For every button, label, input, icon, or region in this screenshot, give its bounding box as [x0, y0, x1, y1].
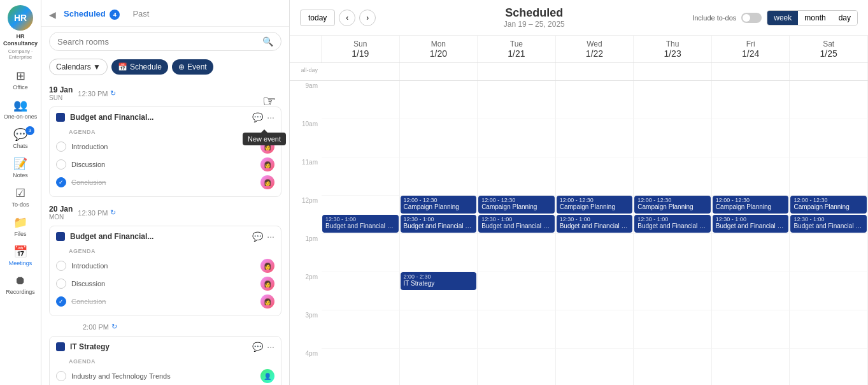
chat-button[interactable]: 💬 — [252, 231, 263, 242]
prev-arrow[interactable]: ‹ — [339, 10, 355, 26]
agenda-checkbox[interactable]: ✓ — [56, 177, 66, 187]
sidebar-item-meetings[interactable]: 📅 Meetings — [0, 241, 41, 270]
cal-cell-4-2[interactable] — [634, 157, 712, 196]
allday-cell-wed[interactable] — [556, 63, 634, 80]
cal-cell-5-5[interactable] — [712, 272, 790, 310]
include-todos-toggle[interactable] — [741, 13, 762, 23]
agenda-checkbox[interactable] — [56, 279, 66, 289]
sidebar-item-files[interactable]: 📁 Files — [0, 212, 41, 241]
event-button[interactable]: ⊕ Event — [172, 59, 213, 75]
cal-cell-5-4[interactable] — [712, 234, 790, 272]
event-budget-review[interactable]: 12:30 - 1:00Budget and Financial Review — [634, 215, 711, 233]
cal-cell-3-2[interactable] — [556, 157, 634, 196]
search-input[interactable] — [57, 37, 262, 47]
chat-button[interactable]: 💬 — [252, 112, 263, 122]
cal-cell-3-3[interactable]: 12:00 - 12:30Campaign Planning12:30 - 1:… — [556, 196, 634, 234]
event-campaign-planning[interactable]: 12:00 - 12:30Campaign Planning — [557, 196, 633, 214]
cal-cell-5-1[interactable] — [712, 119, 790, 157]
cal-cell-2-5[interactable] — [478, 272, 556, 310]
more-button[interactable]: ··· — [267, 342, 274, 352]
cal-cell-2-3[interactable]: 12:00 - 12:30Campaign Planning12:30 - 1:… — [478, 196, 556, 234]
today-button[interactable]: today — [300, 10, 335, 26]
cal-cell-6-1[interactable] — [790, 119, 868, 157]
cal-cell-5-2[interactable] — [712, 157, 790, 196]
allday-cell-fri[interactable] — [712, 63, 790, 80]
cal-cell-3-0[interactable] — [556, 81, 634, 119]
cal-cell-3-6[interactable] — [556, 310, 634, 349]
cal-cell-2-6[interactable] — [478, 310, 556, 349]
allday-cell-sun[interactable] — [322, 63, 400, 80]
sidebar-item-notes[interactable]: 📝 Notes — [0, 153, 41, 182]
agenda-checkbox[interactable] — [56, 142, 66, 152]
cal-cell-4-7[interactable] — [634, 349, 712, 385]
agenda-checkbox[interactable] — [56, 261, 66, 271]
cal-cell-1-1[interactable] — [400, 119, 478, 157]
allday-cell-tue[interactable] — [478, 63, 556, 80]
cal-cell-0-6[interactable] — [322, 310, 400, 349]
cal-cell-6-5[interactable] — [790, 272, 868, 310]
cal-cell-1-3[interactable]: 12:00 - 12:30Campaign Planning12:30 - 1:… — [400, 196, 478, 234]
allday-cell-mon[interactable] — [400, 63, 478, 80]
cal-cell-2-4[interactable] — [478, 234, 556, 272]
cal-cell-6-6[interactable] — [790, 310, 868, 349]
cal-cell-1-2[interactable] — [400, 157, 478, 196]
cal-cell-5-3[interactable]: 12:00 - 12:30Campaign Planning12:30 - 1:… — [712, 196, 790, 234]
calendars-button[interactable]: Calendars ▼ — [49, 59, 108, 75]
cal-cell-1-6[interactable] — [400, 310, 478, 349]
event-budget-review[interactable]: 12:30 - 1:00Budget and Financial Review — [322, 215, 399, 233]
scheduled-tab[interactable]: Scheduled 4 — [61, 8, 122, 21]
event-budget-review[interactable]: 12:30 - 1:00Budget and Financial Review — [478, 215, 555, 233]
cal-cell-6-4[interactable] — [790, 234, 868, 272]
chat-button[interactable]: 💬 — [252, 342, 263, 352]
sidebar-item-one-on-ones[interactable]: 👥 One-on-ones — [0, 94, 41, 124]
cal-cell-6-2[interactable] — [790, 157, 868, 196]
cal-cell-5-6[interactable] — [712, 310, 790, 349]
cal-cell-6-7[interactable] — [790, 349, 868, 385]
cal-cell-5-7[interactable] — [712, 349, 790, 385]
cal-cell-1-5[interactable]: 2:00 - 2:30IT Strategy — [400, 272, 478, 310]
cal-cell-3-1[interactable] — [556, 119, 634, 157]
cal-cell-4-5[interactable] — [634, 272, 712, 310]
cal-cell-4-0[interactable] — [634, 81, 712, 119]
cal-cell-6-0[interactable] — [790, 81, 868, 119]
allday-cell-thu[interactable] — [634, 63, 712, 80]
cal-cell-0-7[interactable] — [322, 349, 400, 385]
agenda-checkbox[interactable]: ✓ — [56, 296, 66, 307]
agenda-checkbox[interactable] — [56, 371, 66, 381]
event-budget-review[interactable]: 12:30 - 1:00Budget and Financial Review — [401, 215, 477, 233]
cal-cell-2-1[interactable] — [478, 119, 556, 157]
month-view-tab[interactable]: month — [798, 11, 832, 25]
more-button[interactable]: ··· — [267, 231, 274, 242]
cal-cell-2-2[interactable] — [478, 157, 556, 196]
cal-cell-6-3[interactable]: 12:00 - 12:30Campaign Planning12:30 - 1:… — [790, 196, 868, 234]
schedule-button[interactable]: 📅 Schedule — [111, 59, 168, 75]
cal-cell-0-1[interactable] — [322, 119, 400, 157]
cal-cell-0-0[interactable] — [322, 81, 400, 119]
past-tab[interactable]: Past — [130, 8, 152, 21]
cal-cell-4-6[interactable] — [634, 310, 712, 349]
cal-cell-1-4[interactable] — [400, 234, 478, 272]
cal-cell-3-7[interactable] — [556, 349, 634, 385]
sidebar-item-chats[interactable]: 3 💬 Chats — [0, 124, 41, 153]
day-view-tab[interactable]: day — [832, 11, 857, 25]
event-campaign-planning[interactable]: 12:00 - 12:30Campaign Planning — [713, 196, 789, 214]
next-arrow[interactable]: › — [359, 10, 376, 26]
cal-cell-0-4[interactable] — [322, 234, 400, 272]
agenda-checkbox[interactable] — [56, 159, 66, 170]
cal-cell-1-0[interactable] — [400, 81, 478, 119]
sidebar-item-office[interactable]: ⊞ Office — [0, 65, 41, 94]
cal-cell-1-7[interactable] — [400, 349, 478, 385]
more-button[interactable]: ··· — [267, 112, 274, 122]
event-it-strategy[interactable]: 2:00 - 2:30IT Strategy — [401, 272, 477, 290]
cal-cell-5-0[interactable] — [712, 81, 790, 119]
sidebar-item-todos[interactable]: ☑ To-dos — [0, 182, 41, 212]
cal-cell-4-1[interactable] — [634, 119, 712, 157]
cal-cell-0-2[interactable] — [322, 157, 400, 196]
sidebar-item-recordings[interactable]: ⏺ Recordings — [0, 270, 41, 299]
allday-cell-sat[interactable] — [790, 63, 868, 80]
event-campaign-planning[interactable]: 12:00 - 12:30Campaign Planning — [790, 196, 867, 214]
cal-cell-0-5[interactable] — [322, 272, 400, 310]
event-campaign-planning[interactable]: 12:00 - 12:30Campaign Planning — [478, 196, 555, 214]
cal-cell-3-5[interactable] — [556, 272, 634, 310]
collapse-button[interactable]: ◀ — [49, 10, 56, 20]
